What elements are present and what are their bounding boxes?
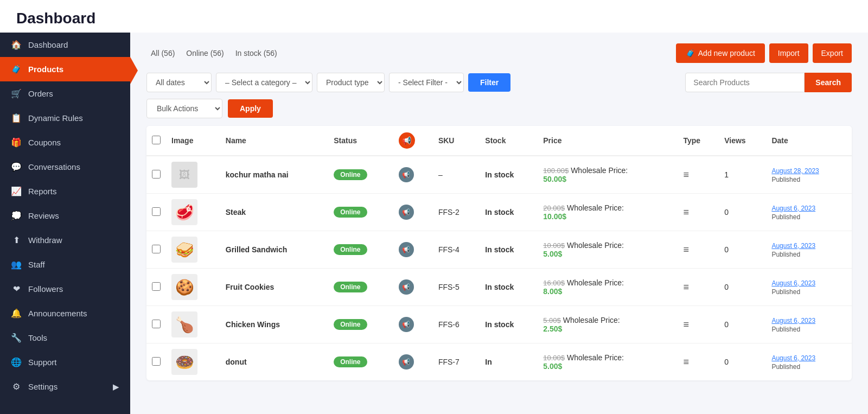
main-content: All (56)Online (56)In stock (56) 🧳 Add n… — [130, 33, 868, 414]
stock-6: In — [480, 343, 538, 381]
sidebar-item-support[interactable]: 🌐 Support — [0, 350, 130, 374]
product-image-5: 🍗 — [171, 311, 197, 337]
price-new-4: 8.00$ — [543, 287, 562, 296]
sidebar-icon-dynamic-rules: 📋 — [11, 113, 22, 123]
import-button[interactable]: Import — [769, 43, 808, 63]
date-3: August 6, 2023 Published — [766, 231, 852, 269]
product-table: Image Name Status 📢 SKU Stock Price Type… — [146, 126, 852, 380]
product-image-4: 🍪 — [171, 274, 197, 300]
sidebar-item-orders[interactable]: 🛒 Orders — [0, 81, 130, 106]
tab-instock[interactable]: In stock (56) — [231, 47, 282, 60]
search-button[interactable]: Search — [805, 73, 852, 92]
row-checkbox-2[interactable] — [152, 207, 161, 216]
sidebar-item-announcements[interactable]: 🔔 Announcements — [0, 301, 130, 326]
product-name-4: Fruit Cookies — [226, 283, 274, 291]
sidebar-icon-support: 🌐 — [11, 357, 22, 367]
product-table-body: 🖼 kochur matha nai Online 📢 – In stock 1… — [146, 156, 852, 380]
sku-5: FFS-6 — [433, 306, 480, 343]
product-name-5: Chicken Wings — [226, 320, 280, 329]
views-5: 0 — [719, 306, 766, 343]
row-checkbox-1[interactable] — [152, 170, 161, 179]
date-link-3[interactable]: August 6, 2023 — [771, 242, 815, 250]
col-sku: SKU — [433, 126, 480, 156]
tab-online[interactable]: Online (56) — [182, 47, 228, 60]
product-image-placeholder-1: 🖼 — [171, 162, 197, 188]
filter-button[interactable]: Filter — [468, 73, 510, 92]
row-checkbox-5[interactable] — [152, 320, 161, 328]
date-link-2[interactable]: August 6, 2023 — [771, 205, 815, 212]
date-link-6[interactable]: August 6, 2023 — [771, 354, 815, 362]
announce-row-button-5[interactable]: 📢 — [399, 317, 414, 332]
stock-2: In stock — [480, 194, 538, 231]
product-name-3: Grilled Sandwich — [226, 245, 288, 254]
stock-4: In stock — [480, 269, 538, 306]
status-badge-1: Online — [334, 169, 367, 180]
views-4: 0 — [719, 269, 766, 306]
sidebar-item-withdraw[interactable]: ⬆ Withdraw — [0, 228, 130, 252]
sidebar-item-coupons[interactable]: 🎁 Coupons — [0, 130, 130, 155]
announce-row-button-1[interactable]: 📢 — [399, 167, 414, 182]
search-input[interactable] — [685, 73, 805, 92]
category-filter[interactable]: – Select a category – — [216, 73, 312, 92]
sidebar-item-tools[interactable]: 🔧 Tools — [0, 326, 130, 350]
table-row: 🍗 Chicken Wings Online 📢 FFS-6 In stock … — [146, 306, 852, 343]
sidebar-label-dashboard: Dashboard — [28, 40, 68, 49]
product-type-filter[interactable]: Product type — [317, 73, 385, 92]
add-new-product-button[interactable]: 🧳 Add new product — [676, 43, 765, 63]
announce-row-button-4[interactable]: 📢 — [399, 279, 414, 295]
sidebar-icon-settings: ⚙ — [11, 381, 22, 392]
filter-bar: All dates – Select a category – Product … — [146, 73, 852, 92]
status-badge-6: Online — [334, 356, 367, 367]
price-new-6: 5.00$ — [543, 362, 562, 371]
date-2: August 6, 2023 Published — [766, 194, 852, 231]
views-6: 0 — [719, 343, 766, 381]
select-all-checkbox[interactable] — [152, 136, 161, 144]
sidebar-item-staff[interactable]: 👥 Staff — [0, 252, 130, 277]
type-icon-4[interactable]: ≡ — [683, 282, 689, 292]
sidebar-item-settings[interactable]: ⚙ Settings ▶ — [0, 374, 130, 399]
date-5: August 6, 2023 Published — [766, 306, 852, 343]
views-1: 1 — [719, 156, 766, 194]
price-label-2: Wholesale Price: — [567, 203, 624, 212]
sidebar-item-reviews[interactable]: 💭 Reviews — [0, 203, 130, 228]
row-checkbox-4[interactable] — [152, 282, 161, 291]
sidebar-icon-staff: 👥 — [11, 259, 22, 270]
date-link-4[interactable]: August 6, 2023 — [771, 279, 815, 287]
sidebar-item-dashboard[interactable]: 🏠 Dashboard — [0, 33, 130, 57]
price-label-3: Wholesale Price: — [567, 241, 624, 250]
col-status: Status — [328, 126, 393, 156]
sidebar-label-support: Support — [28, 358, 57, 367]
sidebar-item-conversations[interactable]: 💬 Conversations — [0, 155, 130, 179]
type-icon-3[interactable]: ≡ — [683, 244, 689, 255]
sidebar-item-products[interactable]: 🧳 Products — [0, 57, 130, 81]
sidebar-label-products: Products — [28, 65, 63, 74]
sidebar-item-dynamic-rules[interactable]: 📋 Dynamic Rules — [0, 106, 130, 130]
status-badge-4: Online — [334, 282, 367, 292]
row-checkbox-6[interactable] — [152, 357, 161, 366]
col-date: Date — [766, 126, 852, 156]
stock-3: In stock — [480, 231, 538, 269]
bulk-actions-select[interactable]: Bulk Actions — [146, 99, 222, 118]
date-link-1[interactable]: August 28, 2023 — [771, 167, 819, 175]
type-icon-2[interactable]: ≡ — [683, 207, 689, 218]
sidebar-icon-reports: 📈 — [11, 186, 22, 196]
type-icon-6[interactable]: ≡ — [683, 356, 689, 367]
date-link-5[interactable]: August 6, 2023 — [771, 317, 815, 324]
row-checkbox-3[interactable] — [152, 245, 161, 253]
date-filter[interactable]: All dates — [146, 73, 212, 92]
type-icon-1[interactable]: ≡ — [683, 169, 689, 180]
action-buttons: 🧳 Add new product Import Export — [676, 43, 852, 63]
stock-1: In stock — [480, 156, 538, 194]
sidebar-item-reports[interactable]: 📈 Reports — [0, 179, 130, 203]
announce-row-button-6[interactable]: 📢 — [399, 354, 414, 370]
tab-all[interactable]: All (56) — [146, 47, 179, 60]
type-icon-5[interactable]: ≡ — [683, 319, 689, 330]
price-old-6: 10.00$ — [543, 354, 565, 362]
announce-row-button-2[interactable]: 📢 — [399, 205, 414, 220]
sidebar-item-followers[interactable]: ❤ Followers — [0, 277, 130, 301]
announce-row-button-3[interactable]: 📢 — [399, 242, 414, 257]
export-button[interactable]: Export — [813, 43, 852, 63]
sidebar-label-orders: Orders — [28, 89, 53, 98]
apply-button[interactable]: Apply — [228, 99, 273, 118]
select-filter[interactable]: - Select Filter - — [389, 73, 464, 92]
